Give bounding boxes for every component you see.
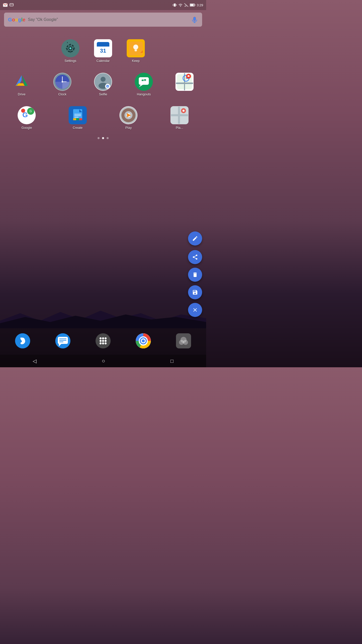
page-dot-2[interactable]: [102, 137, 104, 139]
chrome-icon: [136, 333, 151, 348]
svg-point-104: [196, 258, 197, 260]
svg-text:G: G: [30, 109, 32, 113]
close-fab[interactable]: [188, 303, 202, 317]
svg-text:31: 31: [100, 48, 106, 54]
save-fab[interactable]: [188, 285, 202, 299]
search-placeholder: Say "Ok Google": [28, 17, 189, 22]
edit-icon: [192, 235, 198, 242]
svg-rect-10: [195, 5, 195, 6]
svg-rect-26: [135, 51, 137, 51]
app-item-clock[interactable]: Clock: [50, 70, 75, 99]
keep-icon: [127, 39, 145, 57]
svg-point-92: [102, 342, 104, 344]
svg-point-33: [62, 81, 63, 83]
drive-label: Drive: [18, 92, 25, 96]
app-item-hangouts[interactable]: ❝❞ Hangouts: [131, 70, 156, 99]
svg-point-97: [142, 339, 145, 342]
dock-item-messages[interactable]: [54, 332, 72, 351]
svg-point-76: [183, 110, 185, 112]
mic-icon[interactable]: [191, 16, 198, 23]
svg-text:G: G: [107, 86, 108, 88]
phone-icon: [15, 333, 30, 348]
svg-rect-64: [73, 118, 76, 120]
share-fab[interactable]: [188, 250, 202, 264]
share-icon: [192, 254, 198, 260]
app-item-playmaps[interactable]: Pla...: [167, 104, 192, 132]
clock-icon: [53, 73, 71, 91]
svg-line-105: [194, 258, 196, 259]
google-label: Google: [21, 126, 32, 130]
app-item-keep[interactable]: Keep: [119, 37, 152, 65]
svg-point-102: [196, 255, 197, 256]
svg-rect-1: [10, 4, 13, 6]
time-display: 3:29: [197, 3, 203, 7]
photos-icon: [176, 333, 191, 348]
google-app-icon: G G: [18, 106, 36, 124]
google-logo: Google: [8, 17, 25, 23]
gmail-icon: [3, 3, 8, 7]
calendar-icon: 31: [94, 39, 112, 57]
svg-rect-21: [97, 45, 109, 47]
settings-icon: [61, 39, 79, 57]
svg-point-103: [193, 256, 194, 258]
app-item-create[interactable]: Create: [65, 104, 90, 132]
svg-rect-3: [174, 4, 176, 7]
svg-point-35: [101, 77, 106, 82]
svg-rect-11: [190, 4, 194, 6]
page-dot-1[interactable]: [98, 137, 100, 139]
status-bar: 3:29: [0, 0, 206, 10]
save-icon: [192, 289, 198, 295]
app-item-play[interactable]: Play: [116, 104, 141, 132]
maps-icon: [175, 73, 194, 91]
mountains-decoration: [0, 308, 206, 328]
keep-label: Keep: [132, 59, 140, 63]
hangouts-icon: ❝❞: [135, 73, 153, 91]
svg-rect-25: [134, 50, 137, 51]
close-icon: [192, 307, 198, 313]
home-button[interactable]: ○: [97, 355, 110, 367]
selfie-label: Selfie: [99, 92, 107, 96]
svg-point-90: [105, 340, 107, 342]
dock-item-photos[interactable]: [175, 332, 192, 351]
back-button[interactable]: ◁: [28, 355, 41, 367]
svg-rect-7: [185, 6, 185, 7]
play-icon: [119, 106, 138, 124]
svg-point-17: [69, 47, 71, 49]
status-right-icons: 3:29: [173, 3, 203, 7]
app-item-maps[interactable]: Maps: [172, 70, 197, 99]
svg-point-101: [183, 340, 188, 345]
play-label: Play: [125, 126, 132, 130]
delete-fab[interactable]: [188, 268, 202, 282]
page-indicator: [0, 137, 206, 139]
app-item-selfie[interactable]: G Selfie: [90, 70, 116, 99]
edit-fab[interactable]: [188, 231, 202, 246]
wifi-icon: [178, 3, 183, 7]
clock-label: Clock: [58, 92, 67, 96]
settings-label: Settings: [65, 59, 76, 63]
vibrate-icon: [173, 3, 177, 7]
app-drawer-icon: [96, 333, 111, 348]
app-item-settings[interactable]: Settings: [54, 37, 87, 65]
svg-point-86: [102, 337, 104, 339]
dock-item-phone[interactable]: [14, 332, 31, 351]
signal-icon: [184, 3, 188, 7]
svg-rect-8: [186, 5, 186, 7]
messages-icon: [55, 333, 70, 348]
dock-item-chrome[interactable]: [134, 332, 152, 351]
svg-text:❝❞: ❝❞: [141, 79, 146, 84]
google-search-bar[interactable]: Google Say "Ok Google": [4, 13, 202, 27]
app-item-drive[interactable]: Drive: [9, 70, 34, 99]
create-label: Create: [73, 126, 82, 130]
page-dot-3[interactable]: [107, 137, 109, 139]
recents-button[interactable]: □: [165, 356, 178, 367]
svg-point-93: [105, 342, 107, 344]
status-left-icons: [3, 3, 14, 7]
dock-item-app-drawer[interactable]: [94, 332, 112, 351]
create-icon: [69, 106, 87, 124]
app-item-google[interactable]: G G Google: [14, 104, 39, 132]
svg-point-89: [102, 340, 104, 342]
app-item-calendar[interactable]: 31 Calendar: [87, 37, 119, 65]
playmaps-icon: [170, 106, 189, 124]
drive-icon: [13, 73, 31, 91]
svg-rect-12: [193, 17, 196, 21]
